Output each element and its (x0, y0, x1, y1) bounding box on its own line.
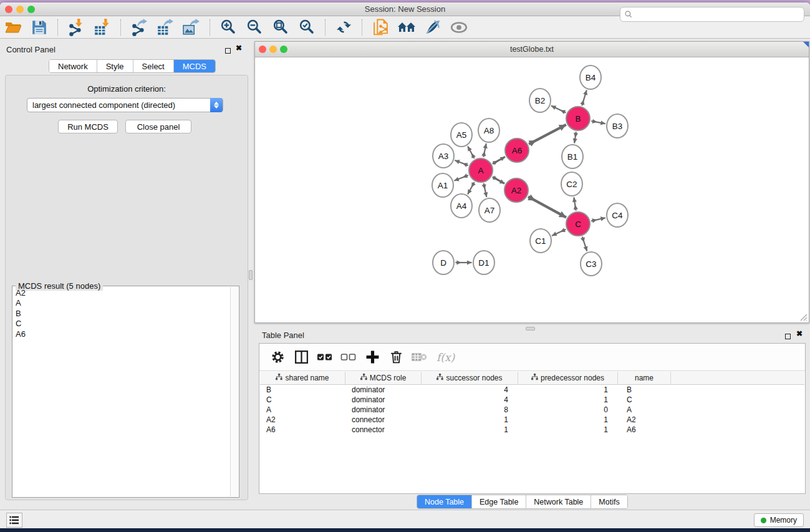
tab-style[interactable]: Style (97, 60, 133, 72)
tab-network-table[interactable]: Network Table (526, 495, 591, 508)
export-network-icon[interactable] (130, 18, 148, 37)
network-node-B4[interactable]: B4 (579, 65, 602, 90)
table-row[interactable]: Bdominator41B (260, 385, 804, 395)
graphics-details-icon[interactable] (423, 18, 442, 37)
network-window-titlebar[interactable]: testGlobe.txt (255, 42, 809, 57)
check-all-icon[interactable] (317, 349, 333, 365)
column-header-predecessor-nodes[interactable]: predecessor nodes (518, 372, 618, 384)
column-header-MCDS-role[interactable]: MCDS role (345, 372, 422, 384)
table-toolbar: f(x) (259, 344, 805, 371)
table-row[interactable]: A6connector11A6 (260, 425, 804, 435)
table-delete-icon[interactable] (412, 349, 428, 365)
node-table-panel: f(x) shared nameMCDS rolesuccessor nodes… (259, 343, 806, 494)
mcds-result-item[interactable]: C (13, 319, 230, 329)
import-table-icon[interactable] (93, 18, 112, 37)
network-node-B2[interactable]: B2 (529, 88, 551, 113)
home-icon[interactable] (397, 18, 416, 37)
tab-select[interactable]: Select (133, 60, 174, 72)
network-node-D[interactable]: D (432, 250, 455, 275)
network-file-icon[interactable] (371, 18, 390, 37)
mcds-result-list[interactable]: A2ABCA6 (13, 288, 230, 496)
mcds-result-group: MCDS result (5 nodes) A2ABCA6 (12, 286, 239, 498)
zoom-fit-icon[interactable] (271, 18, 290, 37)
function-builder-icon: f(x) (436, 351, 455, 364)
tab-mcds[interactable]: MCDS (174, 60, 215, 72)
split-panel-icon[interactable] (293, 349, 309, 365)
network-resize-grip[interactable] (799, 313, 808, 321)
network-node-A[interactable]: A (468, 158, 493, 183)
tab-edge-table[interactable]: Edge Table (472, 495, 526, 508)
table-row[interactable]: Cdominator41C (260, 395, 804, 405)
column-header-name[interactable]: name (618, 372, 671, 384)
network-window-grow-corner[interactable] (803, 42, 809, 47)
desktop-background-bottom (0, 528, 810, 532)
content-area: Control Panel ✖ NetworkStyleSelectMCDS O… (0, 39, 810, 510)
table-body[interactable]: Bdominator41BCdominator41CAdominator80AA… (260, 385, 804, 435)
mcds-result-item[interactable]: A2 (13, 288, 230, 298)
network-node-C3[interactable]: C3 (580, 251, 602, 276)
table-row[interactable]: Adominator80A (260, 405, 804, 415)
eye-icon[interactable] (450, 18, 468, 37)
search-box[interactable] (620, 7, 804, 22)
table-panel-float-icon[interactable] (785, 331, 791, 342)
criterion-dropdown[interactable]: largest connected component (directed) (27, 98, 223, 112)
refresh-icon[interactable] (334, 18, 353, 37)
mcds-result-item[interactable]: A6 (13, 329, 230, 339)
network-node-B1[interactable]: B1 (561, 144, 584, 169)
network-node-B3[interactable]: B3 (606, 114, 629, 138)
search-input[interactable] (633, 8, 804, 21)
control-panel-close-icon[interactable]: ✖ (236, 44, 242, 52)
export-table-icon[interactable] (156, 18, 175, 37)
export-image-icon[interactable] (182, 18, 201, 37)
column-header-successor-nodes[interactable]: successor nodes (422, 372, 518, 384)
network-node-A6[interactable]: A6 (504, 138, 529, 163)
network-node-C2[interactable]: C2 (561, 172, 583, 196)
network-node-A4[interactable]: A4 (450, 193, 473, 218)
control-panel-float-icon[interactable] (225, 45, 231, 56)
trash-icon[interactable] (388, 349, 404, 365)
column-header-shared-name[interactable]: shared name (260, 372, 345, 384)
tab-network[interactable]: Network (49, 60, 97, 72)
table-row[interactable]: A2connector11A2 (260, 415, 804, 425)
network-node-A5[interactable]: A5 (450, 122, 473, 147)
search-icon (624, 10, 633, 19)
tab-motifs[interactable]: Motifs (591, 495, 627, 508)
save-icon[interactable] (30, 18, 49, 37)
memory-button[interactable]: Memory (754, 513, 804, 527)
vertical-splitter-handle[interactable] (249, 270, 253, 280)
network-canvas[interactable]: B4B2BB3A5A8A6A3AB1A1C2A2A4A7CC4C1C3DD1 (255, 57, 809, 322)
tab-node-table[interactable]: Node Table (417, 495, 472, 508)
network-node-C[interactable]: C (566, 211, 591, 236)
gear-icon[interactable] (269, 349, 286, 365)
table-panel-close-icon[interactable]: ✖ (796, 329, 803, 338)
dropdown-stepper-icon[interactable] (210, 98, 223, 112)
mcds-result-item[interactable]: A (13, 298, 230, 308)
hierarchy-icon (360, 374, 367, 382)
network-node-B[interactable]: B (566, 106, 591, 131)
panel-list-button[interactable] (6, 513, 22, 528)
open-folder-icon[interactable] (4, 18, 22, 37)
run-mcds-button[interactable]: Run MCDS (58, 120, 118, 133)
uncheck-all-icon[interactable] (340, 349, 357, 365)
network-node-A8[interactable]: A8 (478, 118, 500, 143)
table-header-row[interactable]: shared nameMCDS rolesuccessor nodesprede… (260, 372, 804, 385)
network-node-D1[interactable]: D1 (473, 250, 495, 275)
horizontal-splitter-handle[interactable] (526, 327, 535, 331)
mcds-result-scrollbar[interactable] (230, 287, 238, 496)
zoom-selected-icon[interactable] (297, 18, 316, 37)
import-network-icon[interactable] (67, 18, 85, 37)
network-view-window[interactable]: testGlobe.txt B4B2BB3A5A8A6A3AB1A1C2A2A4… (254, 41, 809, 323)
network-node-C4[interactable]: C4 (606, 203, 629, 228)
network-node-A3[interactable]: A3 (432, 143, 455, 168)
table-panel-tabs: Node TableEdge TableNetwork TableMotifs (417, 495, 628, 509)
add-icon[interactable] (364, 349, 380, 365)
zoom-in-icon[interactable] (219, 18, 238, 37)
network-node-A7[interactable]: A7 (478, 198, 501, 223)
network-node-A1[interactable]: A1 (432, 173, 454, 198)
network-node-C1[interactable]: C1 (529, 228, 552, 253)
close-panel-button[interactable]: Close panel (125, 120, 191, 133)
network-node-A2[interactable]: A2 (504, 178, 529, 203)
mcds-result-item[interactable]: B (13, 309, 230, 319)
status-bar: Memory (0, 510, 810, 528)
zoom-out-icon[interactable] (245, 18, 264, 37)
